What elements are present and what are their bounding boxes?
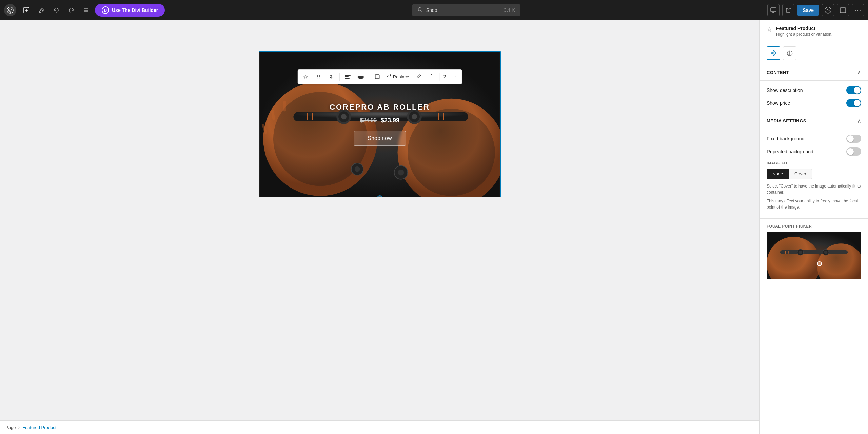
breadcrumb-current: Featured Product — [22, 425, 56, 430]
show-description-knob — [854, 87, 861, 94]
right-panel: Page Block ✕ ☆ Featured Product Highligh… — [760, 0, 868, 434]
more-options-block-button[interactable]: ⋮ — [425, 71, 437, 83]
svg-rect-26 — [359, 78, 363, 79]
redo-button[interactable] — [65, 4, 77, 16]
svg-rect-57 — [780, 250, 848, 254]
focal-point-dot[interactable] — [817, 261, 822, 266]
content-section-label: Content — [767, 70, 789, 75]
next-block-button[interactable]: → — [448, 71, 460, 83]
fixed-background-label: Fixed background — [767, 136, 804, 141]
block-star-button[interactable]: ☆ — [299, 71, 312, 83]
svg-rect-9 — [771, 8, 776, 12]
block-info: ☆ Featured Product Highlight a product o… — [760, 20, 868, 42]
show-price-knob — [854, 100, 861, 106]
image-fit-help-text-1: Select "Cover" to have the image automat… — [767, 183, 861, 195]
svg-point-17 — [317, 76, 318, 77]
repeated-background-knob — [847, 148, 854, 155]
search-icon — [417, 7, 423, 14]
svg-point-19 — [317, 78, 318, 78]
block-star-icon: ☆ — [767, 26, 772, 33]
price-new: $23.99 — [381, 117, 399, 124]
svg-rect-21 — [345, 75, 351, 76]
svg-rect-22 — [345, 76, 349, 77]
media-settings-section: Media settings ∧ Fixed background Repeat… — [760, 113, 868, 219]
svg-rect-24 — [358, 76, 364, 78]
add-block-button[interactable] — [20, 4, 33, 16]
save-button[interactable]: Save — [797, 5, 819, 16]
block-step-number: 2 — [442, 74, 447, 79]
repeated-background-row: Repeated background — [767, 147, 861, 156]
image-fit-none-button[interactable]: None — [767, 169, 789, 179]
svg-rect-25 — [359, 75, 363, 75]
main-content: ☆ — [0, 20, 760, 420]
svg-point-7 — [418, 7, 421, 11]
svg-rect-58 — [785, 251, 786, 254]
divi-builder-button[interactable]: D Use The Divi Builder — [95, 4, 165, 17]
svg-line-8 — [421, 10, 422, 12]
show-description-label: Show description — [767, 87, 803, 93]
divi-settings-button[interactable] — [822, 4, 834, 16]
media-settings-body: Fixed background Repeated background IMA… — [760, 129, 868, 219]
image-fit-help-text-2: This may affect your ability to freely m… — [767, 198, 861, 210]
repeated-background-toggle[interactable] — [846, 147, 861, 156]
page-search-shortcut: Ctrl+K — [504, 8, 515, 13]
external-link-button[interactable] — [782, 4, 794, 16]
svg-rect-27 — [375, 75, 379, 79]
content-section: Content ∧ Show description Show price — [760, 64, 868, 113]
block-description: Highlight a product or variation. — [776, 32, 832, 37]
top-toolbar: D Use The Divi Builder Shop Ctrl+K — [0, 0, 868, 20]
fixed-background-toggle[interactable] — [846, 135, 861, 143]
shop-now-button[interactable]: Shop now — [354, 131, 406, 146]
fixed-background-knob — [847, 135, 854, 142]
repeated-background-label: Repeated background — [767, 149, 813, 154]
page-search[interactable]: Shop Ctrl+K — [412, 4, 520, 16]
image-fit-cover-button[interactable]: Cover — [789, 169, 812, 179]
media-settings-label: Media settings — [767, 118, 806, 123]
breadcrumb-page-link[interactable]: Page — [5, 425, 16, 430]
panel-content: Content ∧ Show description Show price — [760, 64, 868, 434]
svg-rect-13 — [840, 8, 846, 13]
undo-button[interactable] — [50, 4, 62, 16]
show-price-row: Show price — [767, 99, 861, 107]
breadcrumb-separator: > — [18, 425, 20, 430]
settings-tab-style[interactable] — [783, 46, 796, 60]
settings-tab-gear[interactable] — [767, 46, 780, 60]
media-settings-header[interactable]: Media settings ∧ — [760, 113, 868, 129]
content-section-header[interactable]: Content ∧ — [760, 64, 868, 81]
block-title: Featured Product — [776, 26, 832, 31]
image-fit-label: IMAGE FIT — [767, 161, 861, 165]
svg-point-16 — [319, 75, 320, 76]
price-old: $24.99 — [360, 117, 377, 123]
crop-button[interactable] — [371, 71, 383, 83]
replace-button[interactable]: Replace — [384, 73, 412, 81]
toolbar-divider-1 — [339, 73, 340, 81]
align-left-button[interactable] — [342, 71, 354, 83]
content-section-body: Show description Show price — [760, 81, 868, 113]
focal-preview-inner — [767, 232, 861, 279]
breadcrumb: Page > Featured Product — [0, 420, 760, 434]
tools-button[interactable] — [35, 4, 47, 16]
show-description-toggle[interactable] — [846, 86, 861, 94]
wp-logo[interactable] — [4, 4, 16, 16]
block-drag-button[interactable] — [312, 71, 324, 83]
block-info-text: Featured Product Highlight a product or … — [776, 26, 832, 37]
svg-point-15 — [317, 75, 318, 76]
show-description-row: Show description — [767, 86, 861, 94]
toolbar-divider-3 — [439, 73, 440, 81]
align-wide-button[interactable] — [355, 71, 367, 83]
desktop-view-button[interactable] — [767, 4, 780, 16]
list-view-button[interactable] — [80, 4, 92, 16]
svg-point-63 — [824, 251, 827, 254]
page-search-text: Shop — [426, 7, 500, 13]
product-name: COREPRO AB ROLLER — [330, 103, 430, 112]
more-options-button[interactable]: ⋯ — [852, 4, 864, 16]
edit-button[interactable] — [412, 71, 425, 83]
block-move-button[interactable] — [325, 71, 337, 83]
content-section-toggle-icon: ∧ — [857, 69, 861, 76]
show-price-toggle[interactable] — [846, 99, 861, 107]
svg-rect-23 — [345, 78, 350, 79]
focal-point-section: FOCAL POINT PICKER — [760, 224, 868, 279]
media-section-toggle-icon: ∧ — [857, 118, 861, 124]
sidebar-toggle-button[interactable] — [837, 4, 849, 16]
focal-point-preview[interactable] — [767, 232, 861, 279]
